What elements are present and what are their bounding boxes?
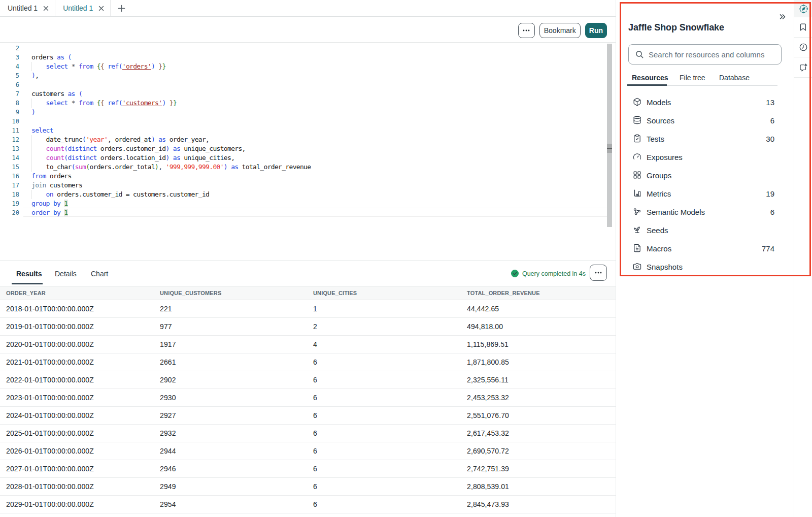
resource-count: 6: [770, 208, 774, 216]
resource-label: Semantic Models: [647, 208, 705, 216]
resource-label: Sources: [647, 116, 674, 125]
run-button[interactable]: Run: [585, 23, 607, 38]
code-line-5[interactable]: 5),: [0, 71, 607, 80]
file-text-icon: [633, 244, 642, 253]
sprout-icon: [633, 225, 642, 235]
code-line-14[interactable]: 14 count(distinct orders.location_id) as…: [0, 153, 607, 163]
results-tab-results[interactable]: Results: [16, 261, 42, 286]
code-line-11[interactable]: 11select: [0, 126, 607, 135]
code-line-20[interactable]: 20order by 1: [0, 208, 607, 217]
strip-button-compass[interactable]: [794, 0, 812, 17]
resource-item-exposures[interactable]: Exposures: [616, 148, 794, 166]
column-header[interactable]: UNIQUE_CITIES: [313, 290, 357, 296]
code-line-8[interactable]: 8 select * from {{ ref('customers') }}: [0, 99, 607, 108]
table-cell: 6: [313, 482, 317, 491]
table-row[interactable]: 2024-01-01T00:00:00.000Z292762,551,076.7…: [0, 407, 616, 425]
tab-close-icon[interactable]: [98, 6, 104, 11]
column-header[interactable]: TOTAL_ORDER_REVENUE: [467, 290, 540, 296]
results-table-body: 2018-01-01T00:00:00.000Z221144,442.65201…: [0, 300, 616, 513]
table-row[interactable]: 2018-01-01T00:00:00.000Z221144,442.65: [0, 300, 616, 318]
table-cell: 2,453,253.32: [467, 394, 509, 402]
resource-item-metrics[interactable]: Metrics19: [616, 184, 794, 203]
table-row[interactable]: 2023-01-01T00:00:00.000Z293062,453,253.3…: [0, 389, 616, 407]
resource-search-input[interactable]: [649, 50, 781, 59]
code-line-4[interactable]: 4 select * from {{ ref('orders') }}: [0, 62, 607, 71]
bookmark-button[interactable]: Bookmark: [539, 23, 581, 38]
table-row[interactable]: 2025-01-01T00:00:00.000Z293262,617,453.3…: [0, 425, 616, 442]
table-cell: 2932: [160, 429, 176, 437]
sidebar-tabbar: ResourcesFile treeDatabase: [616, 71, 794, 86]
results-tab-details[interactable]: Details: [55, 261, 77, 286]
table-cell: 2027-01-01T00:00:00.000Z: [6, 465, 94, 473]
code-line-10[interactable]: 10: [0, 117, 607, 126]
table-cell: 2018-01-01T00:00:00.000Z: [6, 305, 94, 313]
editor-tab[interactable]: Untitled 1: [0, 0, 55, 16]
table-cell: 2949: [160, 482, 176, 491]
collapse-sidebar-icon[interactable]: [778, 12, 787, 21]
sql-code-editor[interactable]: 23orders as (4 select * from {{ ref('ord…: [0, 43, 616, 261]
table-row[interactable]: 2021-01-01T00:00:00.000Z266161,871,800.8…: [0, 353, 616, 371]
resource-item-sources[interactable]: Sources6: [616, 111, 794, 130]
table-row[interactable]: 2019-01-01T00:00:00.000Z9772494,818.00: [0, 318, 616, 336]
column-header[interactable]: UNIQUE_CUSTOMERS: [160, 290, 221, 296]
table-row[interactable]: 2020-01-01T00:00:00.000Z191741,115,869.5…: [0, 336, 616, 353]
line-number: 3: [0, 53, 19, 62]
code-line-3[interactable]: 3orders as (: [0, 53, 607, 62]
editor-scrollbar[interactable]: [607, 44, 612, 227]
code-line-7[interactable]: 7customers as (: [0, 89, 607, 99]
table-cell: 2927: [160, 411, 176, 419]
results-more-button[interactable]: [590, 265, 607, 281]
code-line-6[interactable]: 6: [0, 80, 607, 89]
editor-tab[interactable]: Untitled 1: [55, 0, 111, 16]
code-text: on orders.customer_id = customers.custom…: [31, 190, 209, 199]
code-line-15[interactable]: 15 to_char(sum(orders.order_total), '999…: [0, 163, 607, 172]
sidebar-tab-database[interactable]: Database: [719, 71, 750, 84]
resource-label: Exposures: [647, 153, 683, 161]
editor-more-button[interactable]: [518, 23, 535, 38]
table-cell: 2028-01-01T00:00:00.000Z: [6, 482, 94, 491]
resource-item-models[interactable]: Models13: [616, 93, 794, 111]
line-number: 10: [0, 117, 19, 126]
tab-close-icon[interactable]: [43, 6, 49, 11]
resource-search-box[interactable]: [628, 44, 782, 64]
table-row[interactable]: 2028-01-01T00:00:00.000Z294962,808,539.0…: [0, 478, 616, 496]
line-number: 16: [0, 172, 19, 181]
new-tab-button[interactable]: [111, 0, 132, 16]
resource-item-macros[interactable]: Macros774: [616, 239, 794, 257]
resource-item-semantic-models[interactable]: Semantic Models6: [616, 203, 794, 221]
results-tab-chart[interactable]: Chart: [91, 261, 108, 286]
table-cell: 221: [160, 305, 172, 313]
column-header[interactable]: ORDER_YEAR: [6, 290, 46, 296]
resource-count: 6: [770, 116, 774, 125]
code-line-19[interactable]: 19group by 1: [0, 199, 607, 208]
scrollbar-grip[interactable]: [607, 144, 612, 153]
strip-button-clock[interactable]: [794, 38, 812, 57]
strip-button-chat-sparkle[interactable]: [794, 57, 812, 78]
resource-item-tests[interactable]: Tests30: [616, 130, 794, 148]
table-row[interactable]: 2026-01-01T00:00:00.000Z294462,690,570.7…: [0, 442, 616, 460]
table-row[interactable]: 2029-01-01T00:00:00.000Z295462,845,473.9…: [0, 496, 616, 513]
code-line-16[interactable]: 16from orders: [0, 172, 607, 181]
gauge-icon: [633, 152, 642, 161]
code-text: ): [31, 108, 35, 117]
resource-item-seeds[interactable]: Seeds: [616, 221, 794, 239]
code-line-18[interactable]: 18 on orders.customer_id = customers.cus…: [0, 190, 607, 199]
table-cell: 2029-01-01T00:00:00.000Z: [6, 500, 94, 508]
code-line-17[interactable]: 17join customers: [0, 181, 607, 190]
resource-item-snapshots[interactable]: Snapshots: [616, 257, 794, 276]
resource-item-groups[interactable]: Groups: [616, 166, 794, 184]
strip-button-bookmark[interactable]: [794, 17, 812, 38]
check-circle-icon: [511, 270, 519, 277]
code-line-9[interactable]: 9): [0, 108, 607, 117]
line-number: 4: [0, 62, 19, 71]
sidebar-tab-resources[interactable]: Resources: [632, 71, 668, 84]
line-number: 5: [0, 71, 19, 80]
code-line-2[interactable]: 2: [0, 44, 607, 53]
code-line-12[interactable]: 12 date_trunc('year', ordered_at) as ord…: [0, 135, 607, 144]
code-line-13[interactable]: 13 count(distinct orders.customer_id) as…: [0, 144, 607, 153]
table-row[interactable]: 2022-01-01T00:00:00.000Z290262,325,556.1…: [0, 371, 616, 389]
sidebar-tab-file-tree[interactable]: File tree: [680, 71, 705, 84]
table-row[interactable]: 2027-01-01T00:00:00.000Z294662,742,751.3…: [0, 460, 616, 478]
database-icon: [633, 116, 642, 125]
table-cell: 977: [160, 322, 172, 331]
